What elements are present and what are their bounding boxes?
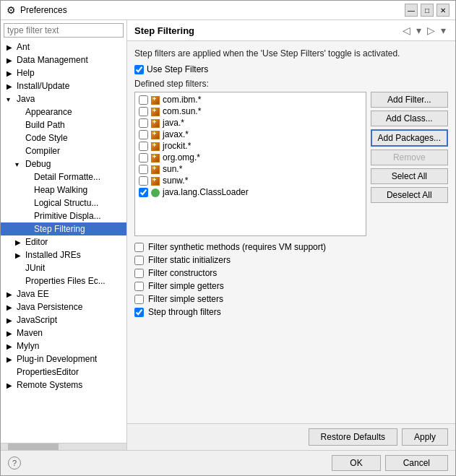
option-checkbox[interactable]: [134, 243, 144, 252]
tree-item[interactable]: Step Filtering: [1, 222, 126, 235]
nav-arrows: ◁ ▾ ▷ ▾: [400, 25, 448, 36]
forward-button[interactable]: ▷: [425, 25, 437, 36]
deselect-all-button[interactable]: Deselect All: [371, 187, 448, 203]
tree-item-label: Properties Files Ec...: [25, 276, 106, 286]
ok-button[interactable]: OK: [332, 455, 380, 471]
tree-item[interactable]: Primitive Displa...: [1, 209, 126, 222]
tree-item-label: Mylyn: [17, 341, 39, 351]
tree-item[interactable]: ▶Install/Update: [1, 79, 126, 92]
filter-input[interactable]: [4, 23, 124, 38]
add-class-button[interactable]: Add Class...: [371, 111, 448, 126]
tree-item[interactable]: ▶Java Persistence: [1, 300, 126, 313]
filter-list-item[interactable]: + com.sun.*: [137, 105, 364, 117]
tree-item-label: Plug-in Development: [17, 354, 97, 364]
tree-item[interactable]: ▶Data Management: [1, 53, 126, 66]
filter-list-item[interactable]: + java.*: [137, 117, 364, 129]
tree-item[interactable]: ▶Maven: [1, 326, 126, 339]
option-checkbox[interactable]: [134, 295, 144, 304]
tree-item[interactable]: ▾Debug: [1, 157, 126, 170]
tree-item-label: Code Style: [25, 133, 68, 143]
filter-item-checkbox[interactable]: [139, 130, 148, 139]
filter-item-checkbox[interactable]: [139, 165, 148, 174]
tree-item[interactable]: ▾Java: [1, 92, 126, 105]
add-packages-button[interactable]: Add Packages...: [371, 129, 448, 147]
expand-icon: ▶: [7, 290, 14, 298]
tree-item-label: Java EE: [17, 289, 49, 299]
filter-item-text: java.*: [163, 118, 184, 128]
tree-item-label: Ant: [17, 42, 30, 52]
tree-item[interactable]: Build Path: [1, 118, 126, 131]
filter-item-checkbox[interactable]: [139, 95, 148, 105]
filter-item-text: org.omg.*: [163, 152, 200, 163]
tree-item[interactable]: Logical Structu...: [1, 196, 126, 209]
use-step-filters-checkbox[interactable]: [134, 65, 144, 74]
tree-item[interactable]: ▶Ant: [1, 40, 126, 53]
main-layout: ▶Ant▶Data Management▶Help▶Install/Update…: [1, 20, 455, 450]
tree-item[interactable]: Code Style: [1, 131, 126, 144]
expand-icon: ▶: [7, 342, 14, 350]
use-step-filters-row: Use Step Filters: [134, 64, 448, 74]
tree-item-label: Logical Structu...: [34, 198, 98, 208]
dropdown-button[interactable]: ▾: [414, 25, 423, 36]
restore-defaults-button[interactable]: Restore Defaults: [309, 428, 397, 446]
tree-item[interactable]: ▶Plug-in Development: [1, 352, 126, 365]
tree-item[interactable]: Detail Formatte...: [1, 170, 126, 183]
tree-item[interactable]: PropertiesEditor: [1, 365, 126, 378]
add-filter-button[interactable]: Add Filter...: [371, 92, 448, 108]
filter-list-box[interactable]: + com.ibm.* + com.sun.* + java.* + javax…: [134, 92, 366, 236]
filter-list-item[interactable]: + javax.*: [137, 129, 364, 140]
tree-item[interactable]: Appearance: [1, 105, 126, 118]
minimize-button[interactable]: —: [405, 4, 418, 17]
tree-item[interactable]: Heap Walking: [1, 183, 126, 196]
close-button[interactable]: ✕: [436, 4, 449, 17]
tree-item-label: Remote Systems: [17, 380, 82, 390]
maximize-button[interactable]: □: [421, 4, 434, 17]
tree-item[interactable]: ▶Remote Systems: [1, 378, 126, 391]
filter-list-item[interactable]: + sunw.*: [137, 175, 364, 186]
tree-item[interactable]: ▶Editor: [1, 235, 126, 248]
tree-item-label: Primitive Displa...: [34, 211, 101, 221]
option-checkbox[interactable]: [134, 308, 144, 317]
horizontal-scrollbar[interactable]: [1, 443, 126, 450]
tree-item[interactable]: Properties Files Ec...: [1, 274, 126, 287]
cancel-button[interactable]: Cancel: [385, 455, 448, 471]
tree-item[interactable]: ▶Java EE: [1, 287, 126, 300]
expand-icon: ▶: [7, 329, 14, 337]
tree-item[interactable]: ▶Mylyn: [1, 339, 126, 352]
left-panel: ▶Ant▶Data Management▶Help▶Install/Update…: [1, 20, 127, 450]
filter-item-checkbox[interactable]: [139, 107, 148, 116]
title-bar: ⚙ Preferences — □ ✕: [1, 1, 455, 20]
expand-icon: ▾: [7, 95, 14, 103]
back-button[interactable]: ◁: [400, 25, 413, 36]
tree-item[interactable]: Compiler: [1, 144, 126, 157]
remove-button[interactable]: Remove: [371, 150, 448, 165]
use-step-filters-label: Use Step Filters: [147, 64, 208, 74]
filter-list-item[interactable]: + com.ibm.*: [137, 94, 364, 105]
tree-item[interactable]: JUnit: [1, 261, 126, 274]
option-checkbox[interactable]: [134, 256, 144, 265]
filter-item-text: com.ibm.*: [163, 95, 201, 105]
tree-item[interactable]: ▶Installed JREs: [1, 248, 126, 261]
filter-item-checkbox[interactable]: [139, 118, 148, 128]
filter-item-checkbox[interactable]: [139, 188, 148, 197]
filter-list-item[interactable]: java.lang.ClassLoader: [137, 186, 364, 198]
dropdown2-button[interactable]: ▾: [439, 25, 448, 36]
option-label: Filter simple setters: [148, 294, 223, 304]
filter-item-icon: +: [151, 129, 160, 139]
tree-item[interactable]: ▶Help: [1, 66, 126, 79]
apply-button[interactable]: Apply: [402, 428, 448, 446]
tree-item-label: Install/Update: [17, 81, 69, 91]
filter-item-checkbox[interactable]: [139, 176, 148, 186]
filter-list-item[interactable]: + org.omg.*: [137, 152, 364, 163]
filter-item-checkbox[interactable]: [139, 142, 148, 151]
option-label: Filter constructors: [148, 268, 217, 278]
filter-list-item[interactable]: + sun.*: [137, 163, 364, 175]
help-icon[interactable]: ?: [8, 456, 21, 469]
option-checkbox[interactable]: [134, 282, 144, 291]
tree-item[interactable]: ▶JavaScript: [1, 313, 126, 326]
select-all-button[interactable]: Select All: [371, 168, 448, 184]
option-checkbox[interactable]: [134, 269, 144, 278]
filter-list-item[interactable]: + jrockit.*: [137, 140, 364, 152]
expand-icon: ▶: [7, 355, 14, 363]
filter-item-checkbox[interactable]: [139, 153, 148, 163]
